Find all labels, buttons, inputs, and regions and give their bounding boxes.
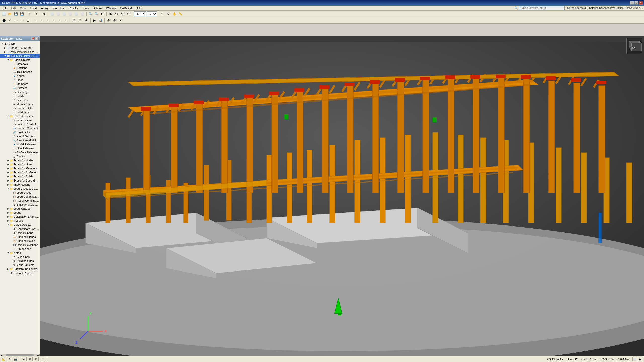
tree-structure-mod[interactable]: ▶ 🔧 Structure Modifications: [0, 138, 40, 142]
tree-load-cases-comb[interactable]: ▼ 📁 Load Cases & Combinations: [0, 187, 40, 191]
render-btn-3[interactable]: ⬜: [61, 11, 67, 17]
zoom-in-btn[interactable]: 🔍: [88, 11, 93, 17]
exp-lcc[interactable]: ▼: [7, 187, 10, 190]
tree-object-snaps[interactable]: ▶ ⊕ Object Snaps: [0, 231, 40, 235]
undo-button[interactable]: ↩: [27, 11, 33, 17]
expand-model-002[interactable]: ▶: [4, 46, 7, 49]
tree-types-lines[interactable]: ▶ 📁 Types for Lines: [0, 162, 40, 166]
tree-types-surfaces[interactable]: ▶ 📁 Types for Surfaces: [0, 170, 40, 174]
status-snap-btn[interactable]: ⊕: [22, 357, 27, 361]
tree-visual-objects[interactable]: ▶ 👁 Visual Objects: [0, 263, 40, 267]
status-btn-1[interactable]: 📐: [1, 357, 6, 361]
menu-help[interactable]: Help: [134, 6, 143, 10]
tree-calc-diagrams[interactable]: ▶ 📁 Calculation Diagrams: [0, 215, 40, 219]
close-view-btn[interactable]: ✕: [118, 18, 123, 23]
surface-btn[interactable]: ▭: [19, 18, 25, 23]
tree-imperfections[interactable]: ▶ 📁 Imperfections: [0, 183, 40, 187]
status-btn-3[interactable]: 📷: [13, 357, 18, 361]
expand-rfem[interactable]: ▼: [1, 42, 4, 45]
menu-edit[interactable]: Edit: [10, 6, 18, 10]
tree-member-sets[interactable]: ▶ ═ Member Sets: [0, 102, 40, 106]
status-ortho-btn[interactable]: ⊡: [34, 357, 39, 361]
tree-object-selections[interactable]: ▶ 🔲 Object Selections: [0, 243, 40, 247]
load-btn-6[interactable]: ↓: [63, 18, 69, 23]
exp-tn[interactable]: ▶: [7, 159, 10, 162]
load-btn-1[interactable]: ↓: [33, 18, 39, 23]
tree-result-sections[interactable]: ▶ ∕ Result Sections: [0, 134, 40, 138]
status-angle-btn[interactable]: ∠: [40, 357, 45, 361]
line-btn[interactable]: ∕: [7, 18, 13, 23]
status-grid-btn[interactable]: ⊞: [28, 357, 33, 361]
render-btn-5[interactable]: ⬜: [73, 11, 79, 17]
menu-assign[interactable]: Assign: [39, 6, 51, 10]
menu-results[interactable]: Results: [67, 6, 80, 10]
render-btn-4[interactable]: ⬜: [67, 11, 73, 17]
tree-static-analysis[interactable]: ▶ ⚙ Static Analysis Settings: [0, 203, 40, 207]
tree-surfaces[interactable]: ▶ ▭ Surfaces: [0, 86, 40, 90]
lc-select[interactable]: LC1: [134, 11, 146, 16]
new-button[interactable]: 📄: [1, 11, 7, 17]
tree-types-nodes[interactable]: ▶ 📁 Types for Nodes: [0, 158, 40, 162]
calc-btn[interactable]: ▶: [92, 18, 97, 23]
tree-line-sets[interactable]: ▶ ∕ Line Sets: [0, 98, 40, 102]
tree-load-combinations[interactable]: ▶ 📋 Load Combinations: [0, 195, 40, 199]
rotate-btn[interactable]: ↻: [166, 11, 171, 17]
tree-sections[interactable]: ▶ ◈ Sections: [0, 66, 40, 70]
nav-close-button[interactable]: ✕: [35, 37, 39, 40]
exp-lw[interactable]: ▶: [7, 207, 10, 210]
tree-guide-objects[interactable]: ▼ 📁 Guide Objects: [0, 223, 40, 227]
tree-members[interactable]: ▶ ═ Members: [0, 82, 40, 86]
exp-tl[interactable]: ▶: [7, 163, 10, 166]
node-btn[interactable]: ⬤: [1, 18, 7, 23]
menu-tools[interactable]: Tools: [80, 6, 90, 10]
tree-dimensions[interactable]: ▶ ↔ Dimensions: [0, 247, 40, 251]
expand-basic[interactable]: ▼: [7, 58, 10, 61]
menu-calculate[interactable]: Calculate: [52, 6, 67, 10]
tree-types-solids[interactable]: ▶ 📁 Types for Solids: [0, 174, 40, 178]
tree-line-releases[interactable]: ▶ ∕ Line Releases: [0, 146, 40, 150]
status-btn-2[interactable]: 👁: [7, 357, 12, 361]
exp-tm[interactable]: ▶: [7, 167, 10, 170]
exp-tspec[interactable]: ▶: [7, 179, 10, 182]
print-button[interactable]: 🖨: [41, 11, 47, 17]
tree-rfem[interactable]: ▼ 🖥 RFEM: [0, 42, 40, 46]
pan-btn[interactable]: ✋: [172, 11, 177, 17]
nav-tree[interactable]: ▼ 🖥 RFEM ▶ 📄 Model 002 (2).rf5* ▶ 📄 www.…: [0, 41, 40, 354]
menu-file[interactable]: File: [1, 6, 9, 10]
expand-kindergarten[interactable]: ▼: [4, 54, 7, 57]
tree-materials[interactable]: ▶ ▪ Materials: [0, 62, 40, 66]
exp-notes[interactable]: ▼: [7, 251, 10, 254]
tree-clipping-planes[interactable]: ▶ ▭ Clipping Planes: [0, 235, 40, 239]
exp-results[interactable]: ▶: [7, 219, 10, 222]
tree-surface-results-adj[interactable]: ▶ ▭ Surface Results Adjustments: [0, 122, 40, 126]
close-button[interactable]: ✕: [639, 1, 643, 5]
open-button[interactable]: 📂: [7, 11, 13, 17]
tree-clipping-boxes[interactable]: ▶ ◻ Clipping Boxes: [0, 239, 40, 243]
render-btn-2[interactable]: ⬜: [55, 11, 61, 17]
exp-cd[interactable]: ▶: [7, 215, 10, 218]
exp-tsol[interactable]: ▶: [7, 175, 10, 178]
tree-load-cases[interactable]: ▶ 📋 Load Cases: [0, 191, 40, 195]
tree-loads[interactable]: ▶ 📁 Loads: [0, 211, 40, 215]
tree-kindergarten[interactable]: ▼ 📄 153_Kindergarten_(C)www.agabau.at.rf…: [0, 54, 40, 58]
tree-load-wizards[interactable]: ▶ 📁 Load Wizards: [0, 207, 40, 211]
tree-ester[interactable]: ▶ 📄 www.timberdesign.cz_Ester-Tower-in-l…: [0, 50, 40, 54]
tree-notes[interactable]: ▼ 📁 Notes: [0, 251, 40, 255]
view-3d-btn[interactable]: 3D: [108, 11, 113, 17]
tree-basic-objects[interactable]: ▼ 📁 Basic Objects: [0, 58, 40, 62]
redo-button[interactable]: ↪: [33, 11, 39, 17]
zoom-fit-btn[interactable]: ⊡: [100, 11, 105, 17]
extra-btn-1[interactable]: ⚙: [106, 18, 111, 23]
g-select[interactable]: G: [147, 11, 157, 16]
menu-options[interactable]: Options: [91, 6, 104, 10]
minimize-button[interactable]: —: [630, 1, 634, 5]
status-right-btn-2[interactable]: ▶: [638, 357, 643, 361]
render-btn-6[interactable]: ⬜: [79, 11, 85, 17]
select-btn[interactable]: ↖: [159, 11, 165, 17]
tree-guidelines[interactable]: ▶ ∕ Guidelines: [0, 255, 40, 259]
status-right-btn-1[interactable]: ⬜: [632, 357, 637, 361]
exp-ts[interactable]: ▶: [7, 171, 10, 174]
tree-nodal-releases[interactable]: ▶ ● Nodal Releases: [0, 142, 40, 146]
display-btn-3[interactable]: 👁: [84, 18, 89, 23]
exp-bl[interactable]: ▶: [7, 267, 10, 270]
